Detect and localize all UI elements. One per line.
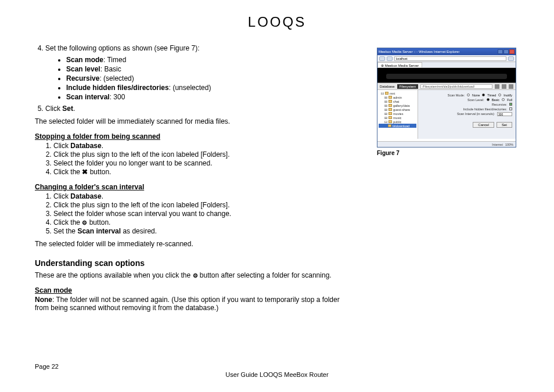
minimize-icon[interactable]	[498, 49, 503, 54]
change-step-4: Click the ⚙ button.	[53, 218, 354, 226]
opt-hidden-label: Include hidden files/directories	[66, 84, 169, 92]
figure-7-screenshot: Meebox Media Server :: - Windows Interne…	[377, 48, 516, 148]
radio-inotify[interactable]	[498, 93, 501, 96]
path-input[interactable]: /Filesystem/mnt/ide3/public/bitdownload/	[420, 84, 492, 89]
folder-icon	[385, 92, 388, 95]
change-step-1: Click Database.	[53, 192, 354, 200]
gear-icon: ⚙	[82, 220, 87, 226]
heading-changing: Changing a folder's scan interval	[35, 183, 354, 191]
folder-icon	[388, 112, 392, 115]
go-button[interactable]	[508, 56, 514, 61]
guide-title: User Guide LOOQS MeeBox Router	[35, 371, 519, 378]
page-number: Page 22	[35, 363, 519, 370]
stop-step-3: Select the folder you no longer want to …	[53, 159, 354, 167]
stop-step-2: Click the plus sign to the left of the i…	[53, 150, 354, 159]
opt-recursive-val: : (selected)	[99, 74, 134, 82]
gear-icon: ⚙	[193, 272, 198, 279]
para-scan-result: The selected folder will be immediately …	[35, 117, 354, 125]
step-4: Set the following options as shown (see …	[45, 44, 354, 101]
heading-scan-mode: Scan mode	[35, 286, 354, 294]
x-icon: ✖	[82, 168, 88, 176]
folder-icon	[388, 96, 392, 99]
brand-logo: LOOQS	[35, 14, 519, 30]
change-step-2: Click the plus sign to the left of the i…	[53, 201, 354, 209]
figure-column: Meebox Media Server :: - Windows Interne…	[377, 44, 519, 312]
router-banner	[377, 68, 516, 83]
path-action-icon[interactable]	[502, 84, 506, 89]
close-icon[interactable]	[509, 49, 515, 54]
folder-icon	[388, 104, 392, 107]
radio-full[interactable]	[502, 98, 505, 101]
forward-button[interactable]	[387, 56, 393, 61]
interval-label: Scan Interval (in seconds):	[457, 112, 495, 116]
filesystem-tab[interactable]: Filesystem	[397, 84, 419, 89]
step-5: Click Set.	[45, 105, 354, 113]
stop-step-4: Click the ✖ button.	[53, 168, 354, 176]
opt-scanmode-label: Scan mode	[66, 56, 103, 64]
window-title: Meebox Media Server :: - Windows Interne…	[379, 50, 459, 53]
db-label: Database	[380, 85, 395, 88]
change-step-5: Set the Scan interval as desired.	[53, 227, 354, 235]
para-rescan: The selected folder will be immediately …	[35, 240, 354, 248]
folder-icon	[388, 100, 392, 103]
change-step-3: Select the folder whose scan interval yo…	[53, 210, 354, 218]
folder-icon	[388, 120, 392, 123]
opt-hidden-val: : (unselected)	[169, 84, 211, 92]
page-footer: Page 22 User Guide LOOQS MeeBox Router	[35, 363, 519, 378]
stop-step-1: Click Database.	[53, 142, 354, 150]
scan-mode-none: None: The folder will not be scanned aga…	[35, 296, 354, 312]
folder-icon	[388, 108, 392, 111]
recursive-checkbox[interactable]	[509, 103, 512, 106]
section-heading: Understanding scan options	[35, 258, 354, 268]
scan-level-label: Scan Level:	[467, 98, 484, 102]
radio-none[interactable]	[467, 93, 470, 96]
opt-recursive-label: Recursive	[66, 74, 99, 82]
path-action-icon[interactable]	[509, 84, 513, 89]
step-4-options: Scan mode: Timed Scan level: Basic Recur…	[45, 56, 354, 101]
hidden-checkbox[interactable]	[509, 107, 512, 110]
body-text-column: Set the following options as shown (see …	[35, 44, 354, 312]
recursive-label: Recursive:	[492, 103, 507, 106]
set-button[interactable]: Set	[497, 122, 512, 128]
step-5-pre: Click	[45, 105, 62, 113]
folder-icon	[388, 116, 392, 119]
figure-caption: Figure 7	[377, 150, 519, 156]
scan-mode-label: Scan Mode:	[448, 93, 465, 97]
browser-tab[interactable]: ⊕ Meebox Media Server	[377, 62, 422, 67]
heading-stopping: Stopping a folder from being scanned	[35, 132, 354, 141]
step-4-intro: Set the following options as shown (see …	[45, 44, 199, 52]
opt-scanmode-val: : Timed	[103, 56, 126, 64]
maximize-icon[interactable]	[503, 49, 509, 54]
address-bar[interactable]: localhost	[394, 56, 506, 61]
opt-scanlevel-label: Scan level	[66, 65, 100, 73]
zoom-level: 100%	[505, 143, 513, 146]
folder-tree[interactable]: ⊟mnt ⊞admin ⊞chat ⊞gallery/data ⊞guest-s…	[377, 90, 418, 139]
folder-icon	[388, 124, 391, 127]
opt-interval-val: : 300	[110, 93, 125, 101]
hidden-label: Include hidden files/directories:	[463, 107, 507, 111]
cancel-button[interactable]: Cancel	[473, 122, 494, 128]
status-text: Internet	[492, 143, 503, 146]
scan-options-panel: Scan Mode:NoneTimedInotify Scan Level:Ba…	[418, 90, 516, 139]
opt-scanlevel-val: : Basic	[100, 65, 121, 73]
step-5-post: .	[73, 105, 75, 113]
path-action-icon[interactable]	[495, 84, 499, 89]
radio-basic[interactable]	[487, 98, 490, 101]
back-button[interactable]	[379, 56, 385, 61]
step-5-bold: Set	[62, 105, 73, 113]
radio-timed[interactable]	[482, 93, 485, 96]
opt-interval-label: Scan interval	[66, 93, 110, 101]
section-intro: These are the options available when you…	[35, 271, 354, 279]
interval-input[interactable]: 300	[497, 112, 512, 116]
